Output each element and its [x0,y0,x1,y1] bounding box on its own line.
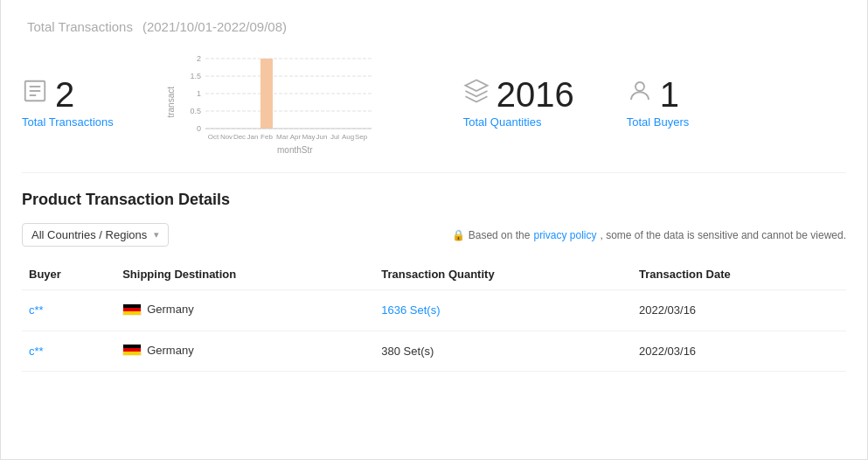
privacy-note: 🔒 Based on the privacy policy , some of … [452,229,846,241]
transactions-chart: transact 2 1.5 1 0.5 0 [166,50,411,155]
total-buyers-value: 1 [660,77,679,112]
stats-row: 2 Total Transactions transact 2 [22,50,846,155]
svg-text:0.5: 0.5 [190,107,201,115]
buyer-cell: c** [22,290,115,331]
country-name: Germany [147,303,193,316]
destination-cell: Germany [115,290,374,331]
svg-point-39 [635,82,644,91]
dropdown-label: All Countries / Regions [31,228,147,241]
section-divider [22,172,846,173]
svg-text:0: 0 [197,124,201,133]
germany-flag-icon [122,303,142,316]
svg-text:Dec: Dec [233,133,246,141]
svg-text:Nov: Nov [220,133,233,141]
section-title: Total Transactions (2021/10/01-2022/09/0… [22,17,846,36]
svg-text:Jul: Jul [330,133,339,141]
col-buyer: Buyer [22,259,115,290]
product-section-title: Product Transaction Details [22,191,846,209]
total-quantities-value: 2016 [496,77,574,112]
title-text: Total Transactions [27,19,133,34]
svg-text:Apr: Apr [290,133,302,141]
table-row: c**Germany380 Set(s)2022/03/16 [22,331,846,372]
total-buyers-label: Total Buyers [627,115,690,129]
destination-cell: Germany [115,331,374,372]
date-range: (2021/10/01-2022/09/08) [142,19,287,34]
filter-row: All Countries / Regions ▾ 🔒 Based on the… [22,223,846,247]
svg-text:Aug: Aug [342,133,354,141]
col-quantity: Transaction Quantity [374,259,632,290]
svg-text:1.5: 1.5 [190,72,201,80]
col-date: Transaction Date [632,259,846,290]
svg-text:Jun: Jun [316,133,327,141]
table-header-row: Buyer Shipping Destination Transaction Q… [22,259,846,290]
total-transactions-block: 2 Total Transactions [22,77,114,129]
total-transactions-value: 2 [55,77,74,112]
privacy-policy-link[interactable]: privacy policy [533,229,596,241]
germany-flag-icon [122,344,142,356]
svg-text:Mar: Mar [276,133,288,141]
svg-text:Feb: Feb [260,133,273,141]
svg-text:1: 1 [197,89,201,98]
svg-rect-18 [260,59,273,129]
chart-svg: 2 1.5 1 0.5 0 [179,50,380,146]
quantity-link[interactable]: 1636 Set(s) [381,303,440,317]
total-quantities-block: 2016 Total Quantities [463,77,574,129]
quantity-cell: 1636 Set(s) [374,290,632,331]
lock-icon: 🔒 [452,229,465,241]
table-row: c**Germany1636 Set(s)2022/03/16 [22,290,846,331]
quantity-cell: 380 Set(s) [374,331,632,372]
buyer-cell: c** [22,331,115,372]
svg-text:Oct: Oct [208,133,219,141]
y-axis-label: transact [166,87,176,118]
svg-text:2: 2 [197,54,201,63]
x-axis-label: monthStr [179,145,411,155]
date-cell: 2022/03/16 [632,290,846,331]
country-name: Germany [147,344,193,357]
chevron-down-icon: ▾ [154,229,159,240]
date-cell: 2022/03/16 [632,331,846,372]
transactions-table: Buyer Shipping Destination Transaction Q… [22,259,846,372]
quantities-icon [463,78,490,110]
privacy-text-before: Based on the [469,229,531,241]
total-transactions-label: Total Transactions [22,115,114,129]
country-filter-dropdown[interactable]: All Countries / Regions ▾ [22,223,169,247]
svg-text:Sep: Sep [355,133,368,141]
col-destination: Shipping Destination [115,259,374,290]
privacy-text-after: , some of the data is sensitive and cann… [600,229,846,241]
buyers-icon [627,78,653,110]
total-buyers-block: 1 Total Buyers [627,77,690,129]
svg-text:May: May [302,133,315,141]
transactions-icon [22,78,48,110]
total-quantities-label: Total Quantities [463,115,542,129]
svg-text:Jan: Jan [247,133,258,141]
